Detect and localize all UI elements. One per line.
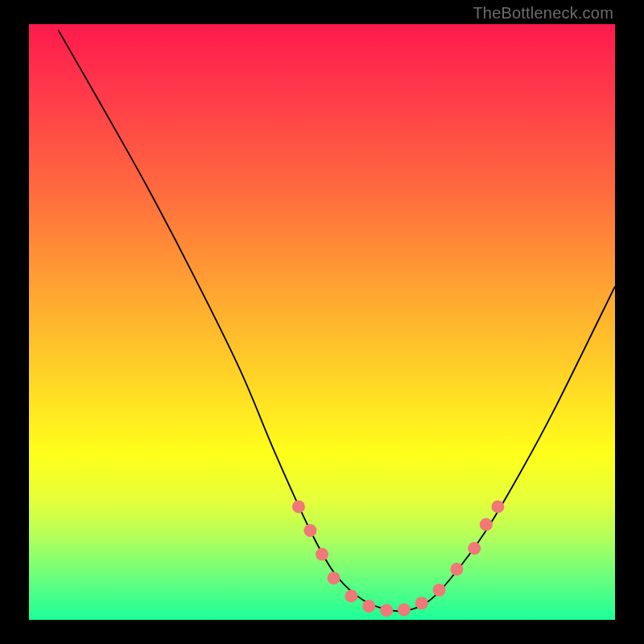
bottleneck-chart — [0, 0, 644, 644]
chart-curve — [58, 30, 615, 611]
chart-marker — [491, 500, 504, 513]
chart-marker — [398, 603, 411, 616]
chart-marker — [328, 572, 341, 584]
chart-marker — [362, 600, 375, 613]
chart-marker — [433, 584, 446, 597]
chart-marker — [450, 563, 463, 576]
chart-markers — [292, 500, 505, 617]
chart-marker — [480, 518, 493, 531]
chart-marker — [303, 524, 316, 537]
chart-marker — [316, 548, 328, 561]
chart-marker — [292, 500, 305, 513]
chart-marker — [468, 542, 481, 555]
chart-marker — [415, 597, 428, 609]
chart-marker — [345, 589, 357, 602]
chart-marker — [380, 604, 393, 617]
